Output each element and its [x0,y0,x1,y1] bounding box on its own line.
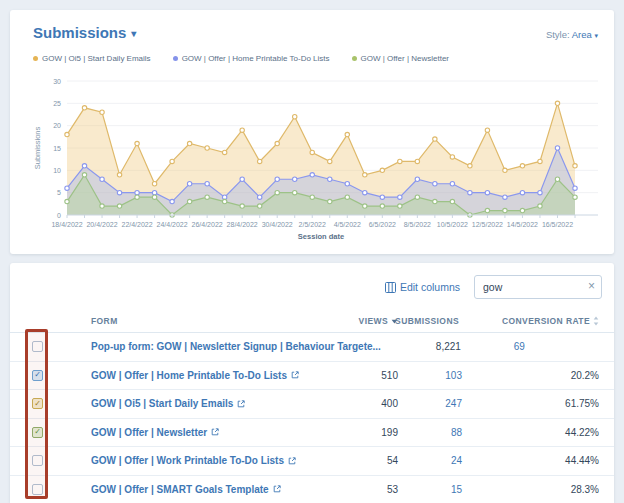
views-cell: 53 [318,484,398,495]
forms-table: FORM VIEWS SUBMISSIONS CONVERSION RATE P… [10,309,614,503]
submissions-cell[interactable]: 103 [398,370,462,381]
form-link[interactable]: Pop-up form: GOW | Newsletter Signup | B… [91,341,381,352]
svg-text:10: 10 [53,167,61,174]
legend-dot-icon [33,56,38,61]
row-checkbox[interactable]: ✓ [32,398,43,409]
svg-text:5: 5 [57,189,61,196]
legend-item[interactable]: GOW | Oi5 | Start Daily Emails [33,54,151,63]
report-card: Submissions ▾ Style: Area ▾ GOW | Oi5 | … [10,10,614,254]
external-link-icon [211,428,219,436]
clear-search-icon[interactable]: × [588,279,595,293]
table-row: Pop-up form: GOW | Newsletter Signup | B… [10,333,614,362]
submissions-cell[interactable]: 15 [398,484,462,495]
form-cell: GOW | Offer | Newsletter [91,427,318,438]
submissions-cell[interactable]: 69 [461,341,525,352]
table-row: ✓GOW | Offer | Home Printable To-Do List… [10,362,614,391]
svg-text:22/4/2022: 22/4/2022 [121,221,152,228]
form-cell: GOW | Offer | Home Printable To-Do Lists [91,370,318,381]
form-link[interactable]: GOW | Offer | Newsletter [91,427,318,438]
views-cell: 400 [318,398,398,409]
table-row: GOW | Offer | SMART Goals Template531528… [10,476,614,503]
svg-text:2/5/2022: 2/5/2022 [299,221,326,228]
svg-text:Submissions: Submissions [33,126,42,169]
checkbox-cell [10,341,91,352]
svg-text:18/4/2022: 18/4/2022 [51,221,82,228]
table-search: × [474,275,602,299]
chevron-down-icon: ▾ [131,26,136,39]
svg-text:8/5/2022: 8/5/2022 [404,221,431,228]
svg-text:24/4/2022: 24/4/2022 [157,221,188,228]
column-header-conversion-rate[interactable]: CONVERSION RATE [462,316,599,326]
submissions-cell[interactable]: 247 [398,398,462,409]
views-cell: 199 [318,427,398,438]
style-selector[interactable]: Style: Area ▾ [546,29,598,40]
svg-text:6/5/2022: 6/5/2022 [369,221,396,228]
conversion-rate-cell: 28.3% [462,484,599,495]
legend-item[interactable]: GOW | Offer | Newsletter [352,54,449,63]
column-header-views[interactable]: VIEWS [318,316,398,326]
external-link-icon [291,371,299,379]
table-toolbar: Edit columns × [385,275,602,299]
legend-item[interactable]: GOW | Offer | Home Printable To-Do Lists [173,54,330,63]
checkbox-cell: ✓ [10,427,91,438]
external-link-icon [288,457,296,465]
row-checkbox[interactable] [32,484,43,495]
svg-text:10/5/2022: 10/5/2022 [437,221,468,228]
views-cell: 8,221 [381,341,461,352]
legend-dot-icon [352,56,357,61]
table-row: ✓GOW | Oi5 | Start Daily Emails40024761.… [10,390,614,419]
form-link[interactable]: GOW | Offer | SMART Goals Template [91,484,318,495]
area-chart: 05101520253018/4/202220/4/202222/4/20222… [10,68,614,250]
style-value[interactable]: Area [572,29,592,40]
svg-text:14/5/2022: 14/5/2022 [507,221,538,228]
page-title: Submissions [33,24,126,41]
forms-table-panel: Edit columns × FORM VIEWS SUBMISSIONS CO… [10,263,614,503]
table-row: GOW | Offer | Work Printable To-Do Lists… [10,447,614,476]
legend-dot-icon [173,56,178,61]
svg-text:15: 15 [53,145,61,152]
svg-text:25: 25 [53,100,61,107]
svg-text:26/4/2022: 26/4/2022 [192,221,223,228]
search-input[interactable] [474,275,602,299]
form-link[interactable]: GOW | Oi5 | Start Daily Emails [91,398,318,409]
column-header-submissions[interactable]: SUBMISSIONS [398,316,462,326]
checkbox-cell: ✓ [10,398,91,409]
edit-columns-button[interactable]: Edit columns [385,281,460,293]
form-link[interactable]: GOW | Offer | Work Printable To-Do Lists [91,455,318,466]
form-cell: GOW | Offer | Work Printable To-Do Lists [91,455,318,466]
submissions-cell[interactable]: 88 [398,427,462,438]
external-link-icon [273,485,281,493]
svg-text:20: 20 [53,122,61,129]
form-cell: Pop-up form: GOW | Newsletter Signup | B… [91,341,381,352]
views-cell: 510 [318,370,398,381]
svg-text:30: 30 [53,78,61,85]
svg-text:Session date: Session date [298,232,344,241]
conversion-rate-cell: 44.22% [462,427,599,438]
svg-text:30/4/2022: 30/4/2022 [262,221,293,228]
column-header-form[interactable]: FORM [91,316,318,326]
report-title-dropdown[interactable]: Submissions ▾ [33,24,136,41]
form-cell: GOW | Offer | SMART Goals Template [91,484,318,495]
table-body: Pop-up form: GOW | Newsletter Signup | B… [10,333,614,503]
conversion-rate-cell: 20.2% [462,370,599,381]
columns-icon [385,282,396,293]
form-cell: GOW | Oi5 | Start Daily Emails [91,398,318,409]
form-link[interactable]: GOW | Offer | Home Printable To-Do Lists [91,370,318,381]
conversion-rate-cell: 61.75% [462,398,599,409]
external-link-icon [237,400,245,408]
conversion-rate-cell: 44.44% [462,455,599,466]
table-row: ✓GOW | Offer | Newsletter1998844.22% [10,419,614,448]
submissions-cell[interactable]: 24 [398,455,462,466]
table-header-row: FORM VIEWS SUBMISSIONS CONVERSION RATE [10,309,614,333]
row-checkbox[interactable] [32,341,43,352]
svg-text:4/5/2022: 4/5/2022 [334,221,361,228]
svg-text:28/4/2022: 28/4/2022 [227,221,258,228]
svg-text:0: 0 [57,212,61,219]
row-checkbox[interactable]: ✓ [32,370,43,381]
checkbox-cell: ✓ [10,370,91,381]
row-checkbox[interactable] [32,455,43,466]
svg-text:20/4/2022: 20/4/2022 [86,221,117,228]
style-label: Style: [546,29,570,40]
chart-legend: GOW | Oi5 | Start Daily EmailsGOW | Offe… [33,54,449,63]
row-checkbox[interactable]: ✓ [32,427,43,438]
